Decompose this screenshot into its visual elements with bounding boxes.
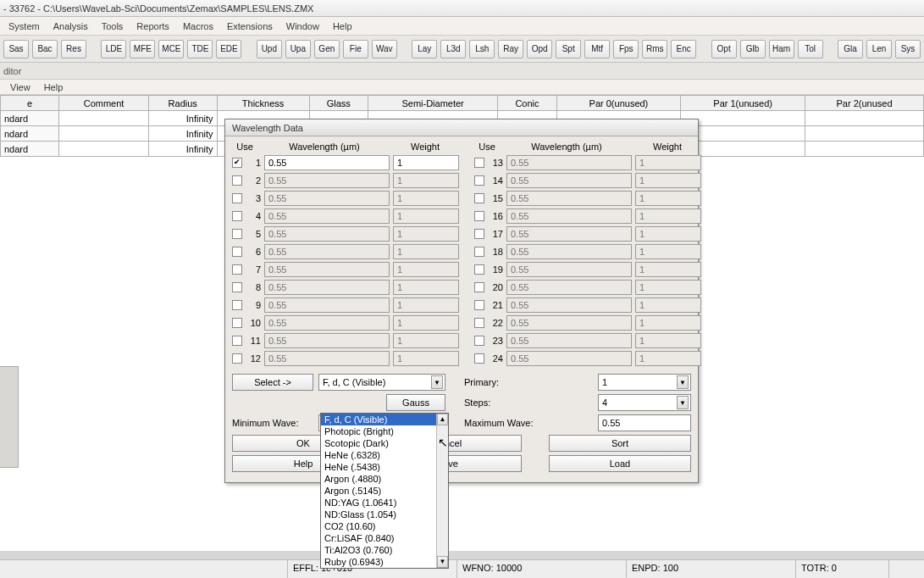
preset-option[interactable]: Argon (.5145)	[321, 485, 448, 497]
tb-sas[interactable]: Sas	[3, 40, 29, 58]
wavelength-input[interactable]	[506, 155, 632, 170]
preset-option[interactable]: Scotopic (Dark)	[321, 437, 448, 449]
chevron-down-icon[interactable]: ▼	[431, 375, 443, 389]
use-checkbox[interactable]	[474, 229, 484, 239]
use-checkbox[interactable]	[232, 158, 242, 168]
menu-system[interactable]: System	[2, 17, 47, 36]
tb-wav[interactable]: Wav	[372, 40, 397, 58]
tb-glb[interactable]: Glb	[740, 40, 766, 58]
wavelength-input[interactable]	[506, 262, 632, 277]
tb-mtf[interactable]: Mtf	[584, 40, 610, 58]
preset-option[interactable]: Photopic (Bright)	[321, 425, 448, 437]
preset-option[interactable]: HeNe (.5438)	[321, 461, 448, 473]
weight-input[interactable]	[393, 226, 459, 242]
tb-lde[interactable]: LDE	[101, 40, 126, 58]
col-header[interactable]: Glass	[309, 96, 368, 111]
tb-l3d[interactable]: L3d	[440, 40, 466, 58]
col-header[interactable]: Conic	[498, 96, 556, 111]
preset-dropdown-list[interactable]: F, d, C (Visible)Photopic (Bright)Scotop…	[320, 413, 449, 569]
col-header[interactable]: Thickness	[217, 96, 309, 111]
menu-tools[interactable]: Tools	[95, 17, 130, 36]
tb-upa[interactable]: Upa	[285, 40, 311, 58]
scroll-up-icon[interactable]: ▲	[437, 414, 448, 425]
use-checkbox[interactable]	[232, 282, 242, 292]
weight-input[interactable]	[393, 262, 459, 277]
weight-input[interactable]	[393, 155, 459, 170]
preset-option[interactable]: Argon (.4880)	[321, 473, 448, 485]
weight-input[interactable]	[393, 280, 459, 295]
preset-option[interactable]: HeNe (.6328)	[321, 449, 448, 461]
menu-analysis[interactable]: Analysis	[47, 17, 95, 36]
col-header[interactable]: Par 1(unused)	[681, 96, 805, 111]
weight-input[interactable]	[635, 262, 701, 277]
preset-option[interactable]: Ti:Al2O3 (0.760)	[321, 544, 448, 556]
dropdown-scrollbar[interactable]: ▲ ▼	[436, 414, 448, 568]
wavelength-input[interactable]	[506, 280, 632, 295]
steps-combo[interactable]: 4 ▼	[598, 394, 691, 411]
preset-option[interactable]: ND:Glass (1.054)	[321, 509, 448, 520]
menu-reports[interactable]: Reports	[130, 17, 176, 36]
wavelength-input[interactable]	[506, 208, 632, 224]
use-checkbox[interactable]	[474, 158, 484, 168]
tb-fie[interactable]: Fie	[343, 40, 368, 58]
weight-input[interactable]	[635, 208, 701, 224]
col-header[interactable]: Semi-Diameter	[368, 96, 498, 111]
tb-bac[interactable]: Bac	[32, 40, 58, 58]
weight-input[interactable]	[635, 333, 701, 348]
tb-ede[interactable]: EDE	[216, 40, 241, 58]
wavelength-input[interactable]	[506, 297, 632, 313]
tb-enc[interactable]: Enc	[671, 40, 696, 58]
use-checkbox[interactable]	[232, 336, 242, 346]
tb-mce[interactable]: MCE	[158, 40, 184, 58]
tb-tol[interactable]: Tol	[798, 40, 823, 58]
wavelength-input[interactable]	[264, 244, 390, 259]
scroll-down-icon[interactable]: ▼	[437, 556, 448, 568]
tb-upd[interactable]: Upd	[257, 40, 282, 58]
tb-lay[interactable]: Lay	[412, 40, 437, 58]
menu-help[interactable]: Help	[326, 17, 359, 36]
tb-ham[interactable]: Ham	[769, 40, 794, 58]
wavelength-input[interactable]	[264, 173, 390, 188]
use-checkbox[interactable]	[474, 211, 484, 221]
primary-combo[interactable]: 1 ▼	[598, 374, 691, 391]
weight-input[interactable]	[635, 315, 701, 331]
wavelength-input[interactable]	[506, 191, 632, 206]
weight-input[interactable]	[635, 351, 701, 366]
use-checkbox[interactable]	[232, 229, 242, 239]
wavelength-input[interactable]	[264, 351, 390, 366]
use-checkbox[interactable]	[474, 336, 484, 346]
wavelength-input[interactable]	[506, 333, 632, 348]
wavelength-input[interactable]	[264, 280, 390, 295]
col-header[interactable]: Par 2(unused	[805, 96, 924, 111]
preset-option[interactable]: F, d, C (Visible)	[321, 414, 448, 425]
use-checkbox[interactable]	[232, 211, 242, 221]
tb-rms[interactable]: Rms	[642, 40, 667, 58]
weight-input[interactable]	[635, 173, 701, 188]
weight-input[interactable]	[635, 226, 701, 242]
wavelength-input[interactable]	[264, 191, 390, 206]
tb-ray[interactable]: Ray	[498, 40, 523, 58]
col-header[interactable]: Radius	[148, 96, 217, 111]
weight-input[interactable]	[635, 244, 701, 259]
tb-sys[interactable]: Sys	[895, 40, 921, 58]
menu-extensions[interactable]: Extensions	[220, 17, 279, 36]
tb-spt[interactable]: Spt	[556, 40, 581, 58]
weight-input[interactable]	[635, 191, 701, 206]
tb-opt[interactable]: Opt	[711, 40, 737, 58]
preset-option[interactable]: Cr:LiSAF (0.840)	[321, 532, 448, 544]
weight-input[interactable]	[393, 244, 459, 259]
col-header[interactable]: Par 0(unused)	[556, 96, 681, 111]
wavelength-input[interactable]	[506, 173, 632, 188]
use-checkbox[interactable]	[474, 300, 484, 310]
use-checkbox[interactable]	[474, 247, 484, 257]
tb-fps[interactable]: Fps	[613, 40, 639, 58]
tb-tde[interactable]: TDE	[187, 40, 213, 58]
wavelength-input[interactable]	[264, 297, 390, 313]
load-button[interactable]: Load	[549, 455, 691, 472]
wavelength-input[interactable]	[506, 226, 632, 242]
editor-menu-view[interactable]: View	[3, 80, 37, 95]
use-checkbox[interactable]	[474, 318, 484, 328]
menu-macros[interactable]: Macros	[176, 17, 220, 36]
wavelength-input[interactable]	[506, 351, 632, 366]
tb-opd[interactable]: Opd	[527, 40, 552, 58]
